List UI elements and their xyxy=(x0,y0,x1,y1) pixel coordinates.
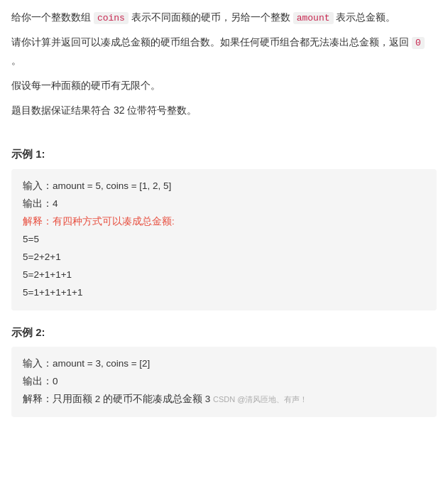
example1-explanation-label: 解释：有四种方式可以凑成总金额: xyxy=(23,213,425,231)
example2-input: 输入：amount = 3, coins = [2] xyxy=(23,355,425,373)
example2-title: 示例 2: xyxy=(11,323,437,342)
watermark: CSDN @清风匝地、有声！ xyxy=(213,395,307,404)
example1-box: 输入：amount = 5, coins = [1, 2, 5] 输出：4 解释… xyxy=(11,169,437,310)
intro-line3: 假设每一种面额的硬币有无限个。 xyxy=(11,77,437,94)
intro-line4: 题目数据保证结果符合 32 位带符号整数。 xyxy=(11,102,437,119)
zero-code: 0 xyxy=(412,37,425,49)
intro-line1: 给你一个整数数组 coins 表示不同面额的硬币，另给一个整数 amount 表… xyxy=(11,9,437,26)
intro-paragraph: 给你一个整数数组 coins 表示不同面额的硬币，另给一个整数 amount 表… xyxy=(11,9,437,119)
example1-math2: 5=2+2+1 xyxy=(23,249,425,266)
coins-code: coins xyxy=(94,12,129,24)
example1-title: 示例 1: xyxy=(11,145,437,163)
example1-math1: 5=5 xyxy=(23,231,425,249)
example2-output: 输出：0 xyxy=(23,373,425,391)
intro-line2: 请你计算并返回可以凑成总金额的硬币组合数。如果任何硬币组合都无法凑出总金额，返回… xyxy=(11,33,437,70)
example2-box: 输入：amount = 3, coins = [2] 输出：0 解释：只用面额 … xyxy=(11,347,437,417)
example2-explanation: 解释：只用面额 2 的硬币不能凑成总金额 3 CSDN @清风匝地、有声！ xyxy=(23,391,425,409)
amount-code: amount xyxy=(293,12,334,24)
example1-math3: 5=2+1+1+1 xyxy=(23,266,425,284)
example1-output: 输出：4 xyxy=(23,195,425,213)
example1-math4: 5=1+1+1+1+1 xyxy=(23,284,425,302)
example1-input: 输入：amount = 5, coins = [1, 2, 5] xyxy=(23,178,425,195)
